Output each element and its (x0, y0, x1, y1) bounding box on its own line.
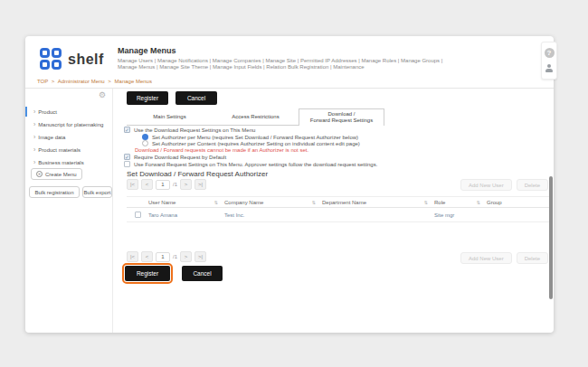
header-group: Group (487, 200, 549, 205)
add-new-user-button[interactable]: Add New User (460, 179, 512, 191)
add-new-user-button[interactable]: Add New User (460, 252, 512, 264)
shelf-logo-icon (40, 48, 63, 71)
page-number-input[interactable] (156, 252, 170, 262)
header-label: User Name (148, 200, 175, 205)
authorizer-table: User Name ⇅ Company Name ⇅ Department Na… (127, 196, 549, 222)
option-label: Require Download Request by Default (134, 155, 226, 160)
tab-label-line1: Download / (327, 111, 355, 118)
plus-circle-icon: + (36, 171, 43, 177)
prev-page-button[interactable]: < (141, 179, 153, 190)
breadcrumb-admin-menu[interactable]: Administrator Menu (58, 79, 105, 84)
header-company-name[interactable]: Company Name ⇅ (224, 200, 322, 205)
sort-icon[interactable]: ⇅ (477, 200, 480, 205)
sidebar-item-manuscript[interactable]: › Manuscript for platemaking (25, 118, 112, 130)
breadcrumb-top[interactable]: TOP (37, 79, 48, 84)
option-use-forward-request: Use Forward Request Settings on This Men… (124, 161, 377, 167)
chevron-right-icon: › (33, 160, 35, 165)
authorizer-section-title: Set Download / Forward Request Authorize… (127, 170, 268, 178)
sidebar-item-label: Image data (38, 135, 65, 140)
next-page-button[interactable]: > (180, 251, 192, 262)
page-number-input[interactable] (156, 180, 170, 190)
next-page-button[interactable]: > (180, 179, 192, 190)
quick-access-panel: ? (541, 42, 557, 80)
option-label: Use Forward Request Settings on This Men… (134, 162, 377, 167)
register-button-bottom[interactable]: Register (125, 266, 170, 281)
pagination-bottom: |< < /1 > >| (127, 251, 206, 262)
pagination-top: |< < /1 > >| (127, 179, 206, 190)
header-label: Department Name (322, 200, 366, 205)
row-checkbox-cell (127, 212, 148, 218)
create-menu-label: Create Menu (45, 172, 77, 177)
sidebar-item-image-data[interactable]: › Image data (25, 131, 112, 143)
create-menu-button[interactable]: + Create Menu (31, 168, 82, 180)
first-page-button[interactable]: |< (127, 179, 138, 190)
table-actions-bottom: Add New User Delete (460, 252, 548, 264)
radio-unselected-icon[interactable] (142, 140, 148, 146)
bottom-action-bar: Register Cancel (125, 266, 223, 281)
page-total-label: /1 (173, 182, 177, 187)
delete-button[interactable]: Delete (517, 179, 548, 191)
breadcrumb-separator: > (108, 79, 111, 84)
header-user-name[interactable]: User Name ⇅ (148, 200, 224, 205)
table-actions-top: Add New User Delete (460, 179, 548, 191)
row-checkbox-icon[interactable] (135, 212, 141, 218)
cancel-button-top[interactable]: Cancel (175, 91, 217, 105)
header-label: Role (434, 200, 445, 205)
app-window: shelf Manage Menus Manage Users | Manage… (25, 36, 554, 333)
checkbox-checked-icon[interactable]: ✓ (124, 154, 130, 160)
option-label: Set Authorizer per Menu (requires Set Do… (152, 135, 358, 140)
register-button-top[interactable]: Register (127, 91, 168, 105)
option-authorizer-per-menu: Set Authorizer per Menu (requires Set Do… (142, 134, 358, 140)
bulk-registration-button[interactable]: Bulk registration (29, 186, 80, 198)
last-page-button[interactable]: >| (194, 179, 206, 190)
tab-main-settings[interactable]: Main Settings (127, 108, 213, 126)
admin-nav-links-line1[interactable]: Manage Users | Manage Notifications | Ma… (118, 58, 443, 64)
checkbox-unchecked-icon[interactable] (124, 161, 130, 167)
breadcrumb: TOP > Administrator Menu > Manage Menus (37, 79, 152, 84)
sort-icon[interactable]: ⇅ (424, 200, 428, 205)
sidebar-item-business-materials[interactable]: › Business materials (25, 156, 112, 168)
breadcrumb-separator: > (52, 79, 55, 84)
settings-tabs: Main Settings Access Restrictions Downlo… (127, 108, 384, 126)
table-header-row: User Name ⇅ Company Name ⇅ Department Na… (127, 197, 549, 208)
bulk-export-button[interactable]: Bulk export (82, 186, 112, 198)
sidebar: ⚙ › Product › Manuscript for platemaking… (25, 89, 113, 333)
cell-company-name: Test Inc. (224, 212, 322, 218)
vertical-scrollbar[interactable] (549, 176, 553, 299)
checkbox-checked-icon[interactable]: ✓ (124, 127, 130, 133)
header-role[interactable]: Role ⇅ (434, 200, 487, 205)
authorizer-warning-text: Download / Forward requests cannot be ma… (135, 147, 308, 153)
option-authorizer-per-content: Set Authorizer per Content (requires Aut… (142, 140, 360, 146)
desktop-background: shelf Manage Menus Manage Users | Manage… (0, 0, 588, 367)
tab-download-forward-request-settings[interactable]: Download / Forward Request Settings (299, 108, 384, 126)
header-label: Group (487, 200, 502, 205)
prev-page-button[interactable]: < (141, 251, 153, 262)
shelf-logo[interactable]: shelf (40, 48, 104, 71)
last-page-button[interactable]: >| (194, 251, 206, 262)
cell-user-name: Taro Amana (148, 212, 224, 218)
option-label: Set Authorizer per Content (requires Aut… (152, 141, 360, 146)
gear-icon[interactable]: ⚙ (99, 90, 106, 99)
shelf-logo-text: shelf (68, 52, 104, 68)
tab-access-restrictions[interactable]: Access Restrictions (213, 108, 299, 126)
header-department-name[interactable]: Department Name ⇅ (322, 200, 434, 205)
delete-button[interactable]: Delete (517, 252, 548, 264)
first-page-button[interactable]: |< (127, 251, 138, 262)
admin-nav-links-line2[interactable]: Manage Menus | Manage Site Theme | Manag… (118, 64, 443, 71)
option-require-download-request: ✓ Require Download Request by Default (124, 154, 226, 160)
sidebar-item-product-materials[interactable]: › Product materials (25, 144, 112, 155)
cancel-button-bottom[interactable]: Cancel (182, 266, 223, 281)
radio-selected-icon[interactable] (142, 134, 148, 140)
page-total-label: /1 (173, 254, 177, 259)
sidebar-item-product[interactable]: › Product (25, 106, 112, 118)
option-use-download-request: ✓ Use the Download Request Settings on T… (124, 127, 255, 133)
chevron-right-icon: › (33, 122, 35, 127)
sidebar-item-label: Product materials (38, 147, 81, 153)
sort-icon[interactable]: ⇅ (214, 200, 218, 205)
breadcrumb-current: Manage Menus (115, 79, 152, 84)
sort-icon[interactable]: ⇅ (312, 200, 316, 205)
main-content: Register Cancel Main Settings Access Res… (120, 89, 554, 333)
sidebar-item-label: Product (38, 109, 57, 115)
user-account-icon[interactable] (545, 64, 554, 73)
help-icon[interactable]: ? (545, 48, 555, 58)
